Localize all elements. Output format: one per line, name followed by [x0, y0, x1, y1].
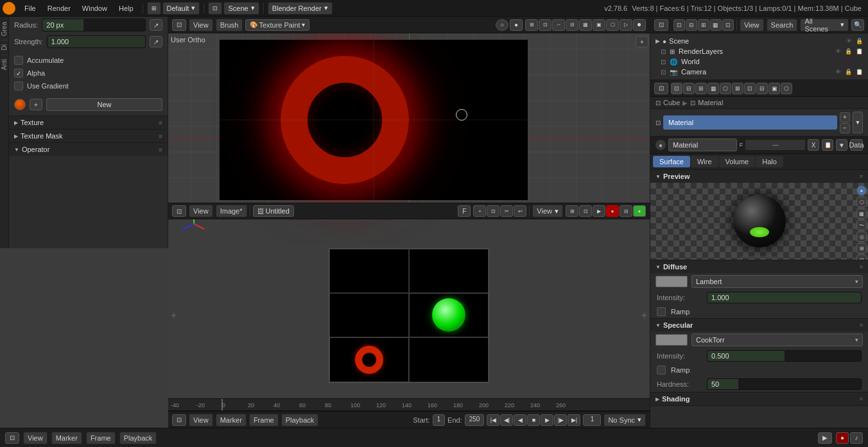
preview-sky-btn[interactable]: ◎ — [856, 232, 867, 242]
material-remove-btn[interactable]: − — [840, 123, 850, 133]
menu-window[interactable]: Window — [77, 3, 112, 13]
prop-icon-3[interactable]: ⊞ — [698, 19, 709, 31]
specular-color-swatch[interactable] — [655, 334, 688, 346]
play-jump-start[interactable]: |◀ — [487, 414, 499, 426]
viewport-view-menu[interactable]: User Ortho View — [189, 19, 213, 31]
bottom-view-menu[interactable]: View — [23, 432, 48, 444]
img-right-icon-6[interactable]: ● — [633, 205, 646, 217]
img-right-icon-1[interactable]: ⊞ — [566, 205, 578, 217]
timeline-playback-menu[interactable]: Playback — [281, 414, 319, 426]
viewport-mode-btn[interactable]: ⊡ — [172, 19, 186, 31]
view-dropdown[interactable]: View — [740, 19, 764, 31]
mat-icon-10[interactable]: ⬡ — [781, 83, 792, 94]
img-editor-type-btn[interactable]: ⊡ — [172, 205, 186, 217]
mat-icon-3[interactable]: ⊞ — [695, 83, 707, 94]
viewport-icon-8[interactable]: ▷ — [620, 19, 632, 31]
play-jump-end[interactable]: ▶| — [568, 414, 580, 426]
material-pin-btn[interactable]: X — [808, 139, 819, 151]
timeline-mode-btn[interactable]: ⊡ — [172, 414, 186, 426]
img-view-menu[interactable]: View — [189, 205, 213, 217]
prop-icon-2[interactable]: ⊟ — [686, 19, 697, 31]
play-jump-prev-keyframe[interactable]: ◀| — [500, 414, 513, 426]
material-add-btn[interactable]: + — [840, 112, 850, 122]
texture-mask-section-header[interactable]: ▶ Texture Mask ≡ — [9, 129, 168, 142]
specular-ramp-checkbox[interactable] — [657, 366, 666, 375]
sync-dropdown[interactable]: No Sync ▾ — [603, 414, 646, 426]
brush-circle-btn[interactable]: ○ — [496, 19, 508, 31]
tab-wire[interactable]: Wire — [691, 156, 718, 167]
menu-file[interactable]: File — [19, 3, 41, 13]
accumulate-checkbox[interactable] — [14, 56, 23, 65]
mat-icon-9[interactable]: ▣ — [768, 83, 780, 94]
img-view-dropdown[interactable]: View ▾ — [532, 205, 563, 217]
search-icon-btn[interactable]: 🔍 — [851, 19, 864, 31]
add-color-btn[interactable]: + — [30, 99, 42, 110]
img-icon-3[interactable]: ✂ — [500, 205, 513, 217]
mat-icon-1[interactable]: ⊡ — [671, 83, 682, 94]
prop-icon-5[interactable]: ⊡ — [722, 19, 734, 31]
prop-icon-4[interactable]: ▦ — [710, 19, 722, 31]
bottom-playback-menu[interactable]: Playback — [119, 432, 157, 444]
mat-ctx-btn[interactable]: ⊡ — [654, 83, 668, 94]
specular-header[interactable]: ▼ Specular ≡ — [650, 319, 868, 332]
brush-menu[interactable]: Brush — [216, 19, 243, 31]
mat-icon-4[interactable]: ▦ — [707, 83, 719, 94]
preview-sphere-btn[interactable]: ● — [856, 185, 867, 196]
uv-left-add[interactable]: + — [171, 310, 177, 321]
img-image-menu[interactable]: Image* — [216, 205, 247, 217]
new-button[interactable]: New — [97, 101, 111, 108]
play-prev-frame[interactable]: ◀ — [514, 414, 526, 426]
mat-icon-5[interactable]: ⬡ — [720, 83, 731, 94]
play-next-keyframe[interactable]: |▶ — [554, 414, 567, 426]
editor-type-dropdown[interactable]: ⊞ — [147, 2, 161, 15]
hardness-input[interactable]: 50 — [707, 378, 862, 390]
play-stop[interactable]: ■ — [527, 414, 540, 426]
record-icon[interactable]: ● — [836, 432, 849, 444]
img-right-icon-4[interactable]: ● — [606, 205, 619, 217]
mat-icon-2[interactable]: ⊟ — [683, 83, 695, 94]
material-more-btn[interactable]: ▼ — [836, 139, 847, 151]
tree-item-camera[interactable]: ⊡ 📷 Camera 👁 🔒 📋 — [650, 67, 868, 77]
preview-plane-btn[interactable]: ▦ — [856, 208, 867, 219]
mode-selector[interactable]: 🎨 Texture Paint ▾ — [245, 19, 309, 31]
material-name-input[interactable]: Material — [668, 139, 737, 151]
viewport-add-icon[interactable]: + — [636, 36, 648, 47]
tree-item-renderlayers[interactable]: ⊡ ⊞ RenderLayers 👁 🔒 📋 — [650, 46, 868, 56]
img-icon-4[interactable]: ↩ — [514, 205, 526, 217]
bottom-mode-btn[interactable]: ⊡ — [5, 432, 19, 444]
viewport-icon-1[interactable]: ⊞ — [525, 19, 538, 31]
viewport-icon-5[interactable]: ▦ — [579, 19, 592, 31]
end-value[interactable]: 250 — [465, 414, 485, 426]
radius-picker-btn[interactable]: ↗ — [150, 19, 162, 31]
diffuse-ramp-checkbox[interactable] — [657, 307, 666, 316]
material-data-btn[interactable]: Data — [850, 139, 863, 151]
preview-opt1-btn[interactable]: ⊞ — [856, 243, 867, 253]
prop-type-btn[interactable]: ⊡ — [654, 19, 668, 31]
alpha-checkbox[interactable] — [14, 69, 23, 78]
img-icon-1[interactable]: + — [473, 205, 486, 217]
timeline-view-menu[interactable]: View — [189, 414, 213, 426]
timeline-frame-menu[interactable]: Frame — [249, 414, 279, 426]
material-copy-btn[interactable]: 📋 — [822, 139, 833, 151]
viewport-type-dropdown[interactable]: ⊡ — [208, 2, 222, 15]
color-circle[interactable] — [14, 99, 26, 110]
diffuse-intensity-input[interactable]: 1.000 — [707, 292, 862, 303]
material-active-slot[interactable]: Material — [663, 115, 837, 130]
layout-dropdown[interactable]: Default ▾ — [162, 2, 200, 15]
viewport-icon-9[interactable]: ⏺ — [633, 19, 646, 31]
render-engine-dropdown[interactable]: Blender Render ▾ — [268, 2, 333, 15]
preview-cube-btn[interactable]: ⬡ — [856, 197, 867, 207]
timeline-marker-menu[interactable]: Marker — [216, 414, 247, 426]
menu-render[interactable]: Render — [42, 3, 76, 13]
search-btn[interactable]: Search — [767, 19, 798, 31]
use-gradient-checkbox[interactable] — [14, 81, 23, 90]
tab-anti[interactable]: Anti — [0, 56, 9, 72]
start-value[interactable]: 1 — [433, 414, 446, 426]
tab-surface[interactable]: Surface — [653, 156, 690, 167]
img-right-icon-3[interactable]: ▶ — [593, 205, 605, 217]
tab-volume[interactable]: Volume — [719, 156, 756, 167]
brush-solid-btn[interactable]: ● — [510, 19, 523, 31]
tab-grea[interactable]: Grea — [0, 19, 9, 38]
scene-dropdown[interactable]: Scene ▾ — [223, 2, 259, 15]
strength-value[interactable]: 1.000 — [51, 38, 69, 46]
